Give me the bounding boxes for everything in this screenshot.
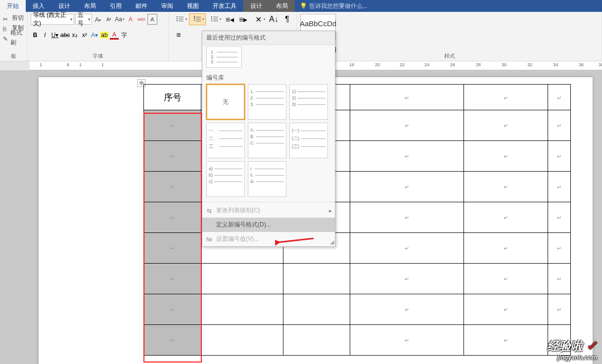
tab-table-layout[interactable]: 布局: [269, 0, 295, 12]
sort-button[interactable]: A↓: [267, 13, 280, 25]
table-cell[interactable]: ↵: [350, 172, 464, 202]
font-color-button[interactable]: A: [110, 31, 119, 40]
numbering-none[interactable]: 无: [206, 84, 245, 120]
recent-format-item[interactable]: 1.2.3.: [206, 46, 242, 68]
decrease-indent-button[interactable]: ≡◂: [223, 13, 236, 25]
numbering-option[interactable]: a)b)c): [206, 161, 245, 197]
table-cell[interactable]: ↵: [464, 264, 548, 294]
table-cell[interactable]: ↵: [548, 172, 571, 202]
clipboard-label: 板: [0, 52, 27, 60]
grow-font-button[interactable]: A▴: [93, 14, 103, 25]
italic-button[interactable]: I: [41, 32, 49, 39]
numbering-option[interactable]: (一)(二)(三): [289, 123, 328, 158]
font-group: 等线 (西文正文) 五号 A▴ A▾ Aa A wén A B I U▾ abc…: [28, 12, 169, 61]
text-effect-button[interactable]: A▾: [90, 32, 99, 39]
table-cell[interactable]: ↵: [350, 264, 464, 294]
table-cell[interactable]: ↵: [464, 141, 548, 172]
numbering-option[interactable]: i.ii.iii.: [248, 161, 286, 197]
numbering-option[interactable]: 1.2.3.: [248, 84, 286, 120]
tab-home[interactable]: 开始: [0, 0, 26, 12]
tell-me-label: 告诉我您想要做什么...: [309, 2, 368, 10]
selection-frame: [143, 113, 202, 363]
table-cell[interactable]: [283, 264, 350, 294]
recent-section-title: 最近使用过的编号格式: [202, 31, 335, 45]
tab-insert[interactable]: 插入: [26, 0, 51, 12]
table-cell[interactable]: [201, 294, 283, 325]
table-cell[interactable]: ↵: [464, 202, 548, 233]
header-cell[interactable]: ↵: [548, 85, 571, 110]
align-left-button[interactable]: ≡: [172, 29, 185, 41]
font-size-combo[interactable]: 五号: [75, 14, 92, 25]
clear-format-button[interactable]: A: [126, 14, 136, 25]
change-case-button[interactable]: Aa: [115, 14, 125, 25]
table-cell[interactable]: [283, 325, 350, 356]
table-cell[interactable]: [201, 325, 283, 356]
bold-button[interactable]: B: [31, 32, 40, 39]
submenu-arrow-icon: ▸: [329, 207, 332, 214]
table-cell[interactable]: ↵: [464, 325, 548, 356]
table-cell[interactable]: ↵: [548, 202, 571, 233]
shrink-font-button[interactable]: A▾: [104, 14, 114, 25]
watermark: 经验啦 ✓ jingyanla.com: [547, 338, 597, 361]
table-cell[interactable]: ↵: [548, 294, 571, 325]
table-cell[interactable]: ↵: [464, 233, 548, 264]
table-cell[interactable]: ↵: [350, 233, 464, 264]
tell-me-search[interactable]: 💡 告诉我您想要做什么...: [295, 0, 372, 12]
tab-dev[interactable]: 开发工具: [206, 0, 243, 12]
tab-layout[interactable]: 布局: [77, 0, 103, 12]
numbering-option[interactable]: 1)2)3): [289, 84, 328, 120]
table-cell[interactable]: ↵: [350, 141, 464, 172]
underline-button[interactable]: U▾: [50, 32, 59, 39]
numbered-list-button[interactable]: [189, 13, 206, 25]
library-section-title: 编号库: [202, 71, 335, 83]
show-marks-button[interactable]: ¶: [280, 13, 294, 25]
table-cell[interactable]: ↵: [464, 172, 548, 202]
numbering-option[interactable]: 一、二、三、: [206, 123, 245, 158]
format-painter-button[interactable]: ✎格式刷: [3, 33, 24, 43]
tab-review[interactable]: 审阅: [154, 0, 180, 12]
table-cell[interactable]: [283, 294, 350, 325]
char-border-button[interactable]: A: [147, 14, 157, 25]
font-name-combo[interactable]: 等线 (西文正文): [31, 14, 74, 25]
resize-grip-icon[interactable]: ◢: [330, 239, 334, 245]
table-cell[interactable]: ↵: [350, 294, 464, 325]
table-cell[interactable]: ↵: [350, 202, 464, 233]
table-cell[interactable]: ↵: [548, 110, 571, 141]
svg-line-0: [278, 238, 314, 242]
table-cell[interactable]: ↵: [350, 110, 464, 141]
tab-references[interactable]: 引用: [103, 0, 129, 12]
table-cell[interactable]: ↵: [548, 141, 571, 172]
asian-layout-button[interactable]: ✕: [250, 13, 267, 25]
table-cell[interactable]: ↵: [350, 325, 464, 356]
strike-button[interactable]: abc: [60, 32, 69, 39]
tab-view[interactable]: 视图: [180, 0, 206, 12]
table-cell[interactable]: [201, 264, 283, 294]
tab-design[interactable]: 设计: [51, 0, 77, 12]
highlight-button[interactable]: ab: [100, 32, 109, 39]
subscript-button[interactable]: x₂: [70, 32, 79, 39]
tab-table-design[interactable]: 设计: [243, 0, 269, 12]
styles-group: 样式 AaBbCcDd正文AaBbCcDd无间隔AaBl标题 1AaBbC标题 …: [297, 12, 602, 61]
header-cell[interactable]: ↵: [350, 85, 464, 110]
multilevel-list-button[interactable]: [206, 13, 223, 25]
annotation-arrow: [275, 235, 315, 245]
table-cell[interactable]: ↵: [464, 110, 548, 141]
check-icon: ✓: [586, 338, 597, 353]
clipboard-group: ✂剪切 ⎘复制 ✎格式刷 板: [0, 12, 28, 61]
tab-mail[interactable]: 邮件: [129, 0, 154, 12]
header-cell[interactable]: ↵: [464, 85, 548, 110]
table-cell[interactable]: ↵: [464, 294, 548, 325]
increase-indent-button[interactable]: ≡▸: [236, 13, 250, 25]
pinyin-guide-button[interactable]: wén: [137, 14, 146, 25]
superscript-button[interactable]: x²: [80, 32, 89, 39]
table-cell[interactable]: ↵: [548, 233, 571, 264]
bullet-list-button[interactable]: [172, 13, 189, 25]
header-cell[interactable]: 序号: [144, 85, 201, 110]
cut-button[interactable]: ✂剪切: [3, 13, 24, 23]
table-cell[interactable]: ↵: [548, 264, 571, 294]
define-new-format-menu-item[interactable]: 定义新编号格式(D)...: [202, 218, 335, 232]
numbering-option[interactable]: A.B.C.: [248, 123, 286, 158]
enclose-button[interactable]: 字: [120, 31, 129, 40]
numbering-library-grid: 无1.2.3.1)2)3)一、二、三、A.B.C.(一)(二)(三)a)b)c)…: [202, 83, 335, 201]
set-number-value-menu-item: № 设置编号值(V)...: [202, 232, 335, 246]
